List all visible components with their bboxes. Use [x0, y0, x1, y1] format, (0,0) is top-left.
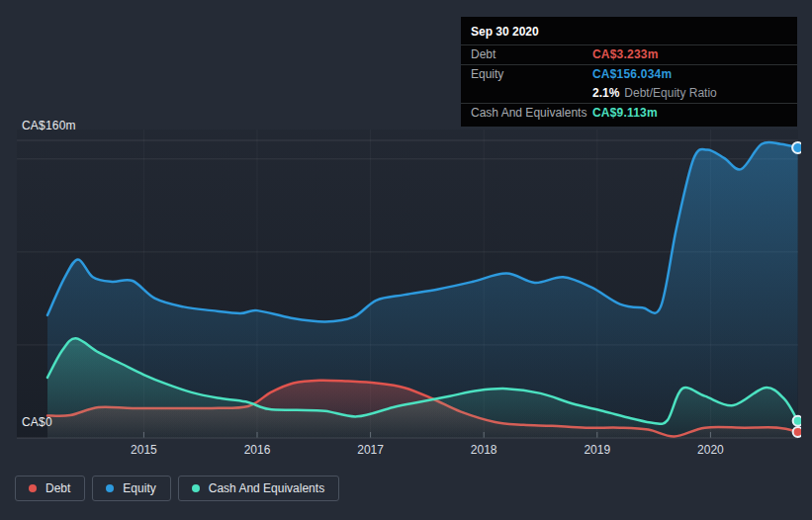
equity-swatch-icon — [106, 484, 114, 492]
chart-tooltip: Sep 30 2020 Debt CA$3.233m Equity CA$156… — [461, 17, 797, 127]
x-axis-label-2019: 2019 — [584, 443, 610, 457]
legend-debt-button[interactable]: Debt — [15, 476, 85, 501]
tooltip-row-equity: Equity CA$156.034m — [461, 64, 797, 84]
tooltip-ratio-percent: 2.1% — [592, 86, 619, 100]
balance-sheet-history-widget: 201520162017201820192020 CA$160m CA$0 Se… — [0, 0, 812, 520]
tooltip-ratio-label: Debt/Equity Ratio — [624, 86, 716, 100]
x-axis-label-2017: 2017 — [357, 443, 384, 457]
equity-endpoint-marker[interactable] — [792, 142, 803, 153]
tooltip-date: Sep 30 2020 — [461, 21, 797, 44]
x-axis-label-2018: 2018 — [471, 443, 497, 457]
x-axis-label-2020: 2020 — [697, 443, 724, 457]
legend-debt-label: Debt — [45, 482, 70, 494]
tooltip-cash-value: CA$9.113m — [592, 106, 787, 120]
tooltip-row-ratio: 2.1%Debt/Equity Ratio — [461, 84, 797, 103]
legend-equity-label: Equity — [123, 482, 155, 494]
debt-swatch-icon — [29, 484, 37, 492]
debt-endpoint-marker[interactable] — [793, 427, 803, 437]
tooltip-debt-label: Debt — [471, 47, 592, 61]
tooltip-equity-label: Equity — [471, 67, 592, 81]
cash-swatch-icon — [192, 484, 200, 492]
tooltip-ratio-value: 2.1%Debt/Equity Ratio — [592, 86, 787, 100]
x-axis-label-2016: 2016 — [244, 443, 271, 457]
tooltip-row-debt: Debt CA$3.233m — [461, 44, 797, 64]
y-axis-zero-label: CA$0 — [22, 415, 52, 429]
y-axis-max-label: CA$160m — [22, 119, 76, 132]
tooltip-row-cash: Cash And Equivalents CA$9.113m — [461, 103, 797, 123]
x-axis-label-2015: 2015 — [131, 443, 157, 457]
legend-cash-label: Cash And Equivalents — [209, 482, 324, 494]
legend-cash-button[interactable]: Cash And Equivalents — [178, 476, 339, 501]
cash-and-equivalents-endpoint-marker[interactable] — [793, 416, 803, 426]
tooltip-debt-value: CA$3.233m — [592, 47, 787, 61]
tooltip-equity-value: CA$156.034m — [592, 67, 787, 81]
chart-legend: Debt Equity Cash And Equivalents — [15, 476, 339, 501]
legend-equity-button[interactable]: Equity — [92, 476, 170, 501]
tooltip-cash-label: Cash And Equivalents — [471, 106, 592, 120]
